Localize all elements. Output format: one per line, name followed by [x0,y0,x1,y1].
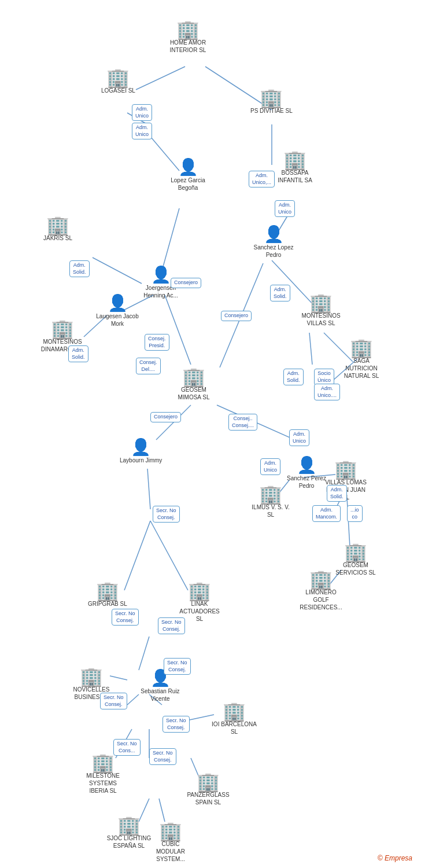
badge-adm-mancom: Adm.Mancom. [312,505,341,522]
person-icon-laybourn: 👤 [131,437,151,457]
label-sjoc: SJOC LIGHTING ESPAÑA SL [106,834,152,849]
label-saga: SAGA NUTRICION NATURAL SL [338,357,385,380]
label-lopez-garcia: Lopez Garcia Begoña [165,176,211,192]
badge-adm-unico-4: Adm.Unico [275,200,295,217]
building-icon-jakris: 🏢 [46,216,69,234]
label-milestone: MILESTONE SYSTEMS IBERIA SL [80,772,126,795]
label-geosem-mimosa: GEOSEM MIMOSA SL [171,386,217,401]
badge-adm-unico-monvillas: Adm.Unico.... [314,384,340,400]
badge-io-co: ...ioco [347,505,363,522]
building-icon-bossapa: 🏢 [283,150,306,169]
label-ioi: IOI BARCELONA SL [211,720,257,735]
node-jakris: 🏢 JAKRIS SL [43,216,72,242]
label-laugesen: Laugesen Jacob Mork [94,312,141,328]
svg-line-15 [309,333,312,365]
node-geosem-mimosa: 🏢 GEOSEM MIMOSA SL [171,367,217,401]
building-icon-gripgrab: 🏢 [96,582,119,600]
badge-adm-unico-3: Adm.Unico,... [249,171,275,187]
svg-line-23 [147,469,150,509]
label-panzerglass: PANZERGLASS SPAIN SL [185,791,231,806]
node-gripgrab: 🏢 GRIPGRAB SL [88,582,127,608]
badge-secr-no-consej-main: Secr. NoConsej. [153,506,180,523]
label-jakris: JAKRIS SL [43,234,72,242]
building-icon-montesinos-din: 🏢 [51,319,74,338]
badge-consejero-joergensen: Consejero [171,278,201,288]
badge-secr-linak: Secr. NoConsej. [158,617,185,634]
diagram-canvas: 🏢 HOME AMOR INTERIOR SL 🏢 LOGASEI SL 🏢 P… [0,0,421,868]
node-laugesen: 👤 Laugesen Jacob Mork [94,293,141,328]
svg-line-26 [139,637,149,670]
watermark: © Empresa [378,854,412,862]
building-icon-linak: 🏢 [188,582,211,600]
badge-socio-unico: SocioÚnico [314,369,334,385]
badge-secr-novicelles: Secr. NoConsej. [100,693,127,709]
label-limonero: LIMONERO GOLF RESIDENCES... [298,589,344,611]
node-lopez-garcia: 👤 Lopez Garcia Begoña [165,157,211,192]
label-cubic: CUBIC MODULAR SYSTEM... [147,840,194,863]
building-icon-logasei: 🏢 [106,68,130,87]
person-icon-sanchez-perez: 👤 [297,455,317,475]
badge-adm-solid-mondin: Adm.Solid. [68,345,88,362]
node-ioi: 🏢 IOI BARCELONA SL [211,702,257,735]
badge-adm-unico-2: Adm.Unico [132,123,152,139]
building-icon-ioi: 🏢 [223,702,246,720]
building-icon-milestone: 🏢 [91,753,115,772]
person-icon-laugesen: 👤 [108,293,128,312]
node-saga-nutricion: 🏢 SAGA NUTRICION NATURAL SL [338,339,385,380]
label-logasei: LOGASEI SL [101,87,135,94]
node-bossapa: 🏢 BOSSAPA INFANTIL SA [272,150,318,184]
svg-line-0 [136,67,185,90]
building-icon-limonero: 🏢 [309,570,333,589]
node-logasei: 🏢 LOGASEI SL [101,68,135,94]
badge-adm-unico-sanchez-perez: Adm.Unico [289,429,309,446]
svg-line-24 [124,521,150,590]
label-home-amor: HOME AMOR INTERIOR SL [165,39,211,54]
building-icon-cubic: 🏢 [159,822,182,840]
label-ps-divitiae: PS DIVITIAE SL [250,107,293,115]
node-panzerglass: 🏢 PANZERGLASS SPAIN SL [185,773,231,806]
building-icon-geosem-mimosa: 🏢 [182,367,205,386]
connection-lines [0,0,421,868]
svg-line-7 [93,258,142,284]
svg-line-9 [165,295,191,365]
building-icon-geosem-servicios: 🏢 [344,543,367,561]
person-icon-sanchez-lopez: 👤 [264,225,284,244]
node-sjoc: 🏢 SJOC LIGHTING ESPAÑA SL [106,816,152,849]
building-icon-sjoc: 🏢 [117,816,141,834]
badge-adm-solid-villas: Adm.Solid. [327,485,347,502]
node-home-amor: 🏢 HOME AMOR INTERIOR SL [165,20,211,54]
node-limonero: 🏢 LIMONERO GOLF RESIDENCES... [298,570,344,611]
label-gripgrab: GRIPGRAB SL [88,600,127,608]
building-icon-saga: 🏢 [350,339,373,357]
person-icon-lopez: 👤 [178,157,198,176]
label-montesinos-villas: MONTESINOS VILLAS SL [298,312,344,327]
node-linak: 🏢 LINAK ACTUADORES SL [176,582,223,623]
badge-adm-solid-jakris: Adm.Solid. [69,260,90,277]
badge-consejero-laybourn: Consejero [150,412,181,422]
badge-adm-solid-sanchez: Adm.Solid. [270,285,290,301]
badge-consejero-sanchez: Consejero [221,311,252,321]
svg-line-25 [150,521,188,590]
badge-secr-2a: Secr. NoConsej. [164,658,191,675]
node-ps-divitiae: 🏢 PS DIVITIAE SL [250,89,293,115]
building-icon-panzerglass: 🏢 [197,773,220,791]
person-icon-joergensen: 👤 [151,265,171,284]
building-icon-montesinos-villas: 🏢 [309,293,333,312]
badge-secr-milestone-2: Secr. NoConsej. [149,748,176,765]
badge-secr-milestone-1: Secr. NoCons... [113,739,141,756]
badge-adm-unico-1: Adm.Unico [132,104,152,121]
badge-adm-unico-ilmus: Adm.Unico [260,458,280,475]
label-sebastian: Sebastian Ruiz Vicente [137,687,183,703]
node-montesinos-villas: 🏢 MONTESINOS VILLAS SL [298,293,344,327]
label-laybourn: Laybourn Jimmy [120,457,162,464]
node-laybourn: 👤 Laybourn Jimmy [120,437,162,464]
label-sanchez-lopez: Sanchez Lopez Pedro [250,244,297,259]
svg-line-13 [156,405,191,440]
svg-line-32 [159,799,165,822]
building-icon-villas-lomas: 🏢 [334,460,357,479]
badge-secr-gripgrab: Secr. NoConsej. [112,609,139,626]
label-ilmus: ILMUS V. S. V. SL [248,503,294,518]
building-icon-ps-divitiae: 🏢 [260,89,283,107]
node-milestone: 🏢 MILESTONE SYSTEMS IBERIA SL [80,753,126,795]
label-bossapa: BOSSAPA INFANTIL SA [272,169,318,184]
